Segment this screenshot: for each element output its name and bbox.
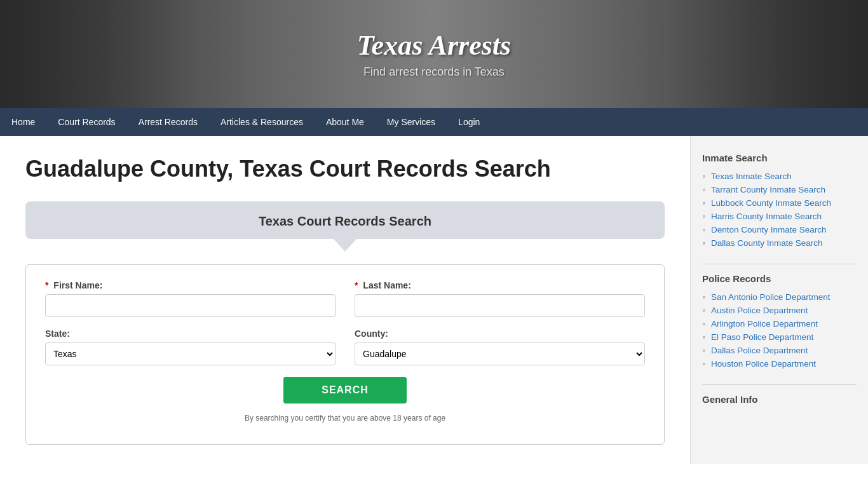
header-title-wrap: Texas Arrests Find arrest records in Tex… <box>357 29 511 79</box>
main-layout: Guadalupe County, Texas Court Records Se… <box>0 136 868 464</box>
search-box-title: Texas Court Records Search <box>38 214 652 239</box>
header-right-image <box>665 0 868 108</box>
last-name-group: * Last Name: <box>355 280 645 317</box>
san-antonio-pd-link[interactable]: San Antonio Police Department <box>711 292 831 302</box>
last-name-required: * <box>355 280 358 290</box>
last-name-input[interactable] <box>355 294 645 317</box>
list-item: Arlington Police Department <box>702 317 857 330</box>
site-title: Texas Arrests <box>357 29 511 62</box>
list-item: Tarrant County Inmate Search <box>702 183 857 196</box>
nav-arrest-records[interactable]: Arrest Records <box>127 108 209 136</box>
name-row: * First Name: * Last Name: <box>45 280 645 317</box>
state-group: State: Texas Alabama California Florida <box>45 329 336 365</box>
search-button[interactable]: SEARCH <box>283 377 407 403</box>
list-item: San Antonio Police Department <box>702 290 857 304</box>
sidebar: Inmate Search Texas Inmate Search Tarran… <box>690 136 868 464</box>
list-item: Texas Inmate Search <box>702 170 857 183</box>
nav-home[interactable]: Home <box>0 108 46 136</box>
first-name-label: * First Name: <box>45 280 336 290</box>
denton-inmate-search-link[interactable]: Denton County Inmate Search <box>711 225 827 234</box>
sidebar-inmate-list: Texas Inmate Search Tarrant County Inmat… <box>702 170 857 250</box>
county-group: County: Guadalupe Bexar Dallas Harris De… <box>355 329 645 365</box>
el-paso-pd-link[interactable]: El Paso Police Department <box>711 332 813 342</box>
state-select[interactable]: Texas Alabama California Florida <box>45 342 336 365</box>
list-item: Austin Police Department <box>702 304 857 317</box>
content-area: Guadalupe County, Texas Court Records Se… <box>0 136 690 464</box>
county-select[interactable]: Guadalupe Bexar Dallas Harris Denton <box>355 342 645 365</box>
dallas-inmate-search-link[interactable]: Dallas County Inmate Search <box>711 238 823 248</box>
dallas-pd-link[interactable]: Dallas Police Department <box>711 346 808 355</box>
austin-pd-link[interactable]: Austin Police Department <box>711 306 808 315</box>
search-box-arrow <box>334 239 356 252</box>
houston-pd-link[interactable]: Houston Police Department <box>711 359 816 369</box>
state-label: State: <box>45 329 336 339</box>
list-item: Dallas Police Department <box>702 344 857 357</box>
first-name-group: * First Name: <box>45 280 336 317</box>
county-label: County: <box>355 329 645 339</box>
lubbock-inmate-search-link[interactable]: Lubbock County Inmate Search <box>711 198 831 208</box>
list-item: Harris County Inmate Search <box>702 210 857 223</box>
list-item: Lubbock County Inmate Search <box>702 196 857 210</box>
site-header: Texas Arrests Find arrest records in Tex… <box>0 0 868 108</box>
sidebar-inmate-search-title: Inmate Search <box>702 152 857 163</box>
list-item: Houston Police Department <box>702 357 857 370</box>
sidebar-divider-2 <box>702 384 857 385</box>
header-left-image <box>0 0 203 108</box>
nav-court-records[interactable]: Court Records <box>46 108 126 136</box>
site-subtitle: Find arrest records in Texas <box>357 65 511 79</box>
nav-login[interactable]: Login <box>447 108 491 136</box>
sidebar-general-info-title: General Info <box>702 394 857 405</box>
list-item: El Paso Police Department <box>702 330 857 344</box>
search-form: * First Name: * Last Name: State: <box>25 264 665 445</box>
nav-articles-resources[interactable]: Articles & Resources <box>209 108 315 136</box>
search-button-wrap: SEARCH <box>45 377 645 403</box>
sidebar-police-records-title: Police Records <box>702 273 857 284</box>
nav-about-me[interactable]: About Me <box>315 108 376 136</box>
list-item: Denton County Inmate Search <box>702 223 857 236</box>
search-disclaimer: By searching you certify that you are ab… <box>45 414 645 423</box>
nav-my-services[interactable]: My Services <box>376 108 447 136</box>
location-row: State: Texas Alabama California Florida … <box>45 329 645 365</box>
list-item: Dallas County Inmate Search <box>702 236 857 250</box>
search-box-outer: Texas Court Records Search <box>25 201 665 239</box>
last-name-label: * Last Name: <box>355 280 645 290</box>
sidebar-police-list: San Antonio Police Department Austin Pol… <box>702 290 857 370</box>
arlington-pd-link[interactable]: Arlington Police Department <box>711 319 818 329</box>
tarrant-inmate-search-link[interactable]: Tarrant County Inmate Search <box>711 185 825 194</box>
harris-inmate-search-link[interactable]: Harris County Inmate Search <box>711 212 822 221</box>
page-heading: Guadalupe County, Texas Court Records Se… <box>25 155 665 182</box>
first-name-input[interactable] <box>45 294 336 317</box>
sidebar-divider-1 <box>702 264 857 264</box>
texas-inmate-search-link[interactable]: Texas Inmate Search <box>711 172 792 181</box>
main-nav: Home Court Records Arrest Records Articl… <box>0 108 868 136</box>
first-name-required: * <box>45 280 48 290</box>
